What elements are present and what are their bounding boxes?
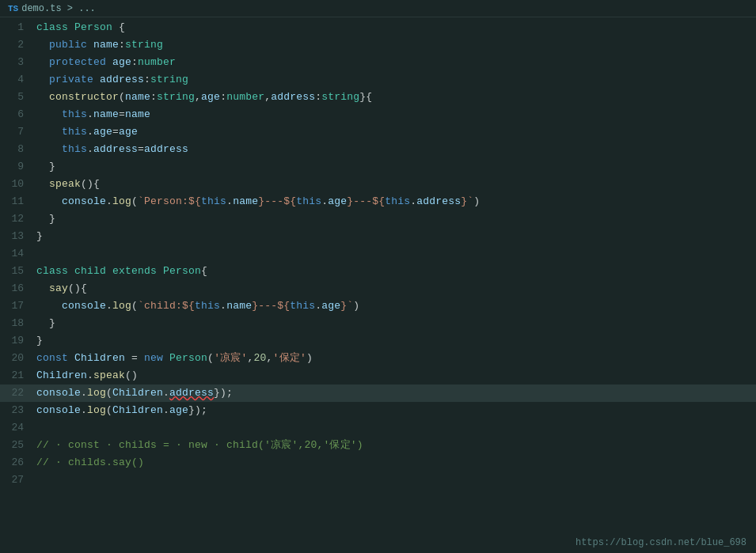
line-content: this.address=address <box>33 141 756 158</box>
keyword-blue-token: protected <box>49 56 106 68</box>
ident-token: age <box>93 126 112 138</box>
type-token: number <box>138 56 176 68</box>
line-number: 3 <box>0 54 33 71</box>
code-line: 6 this.name=name <box>0 106 756 123</box>
line-content: Children.speak() <box>33 367 756 384</box>
punctuation-token: = <box>112 126 119 138</box>
line-number: 19 <box>0 332 33 350</box>
punctuation-token: . <box>87 108 93 120</box>
method-token: speak <box>49 178 81 190</box>
string-token: '保定' <box>273 352 306 364</box>
punctuation-token: . <box>163 404 169 416</box>
string-token: '凉宸' <box>214 352 247 364</box>
punctuation-token: . <box>87 143 93 155</box>
punctuation-token <box>68 21 74 33</box>
ident-token: Children <box>74 352 125 364</box>
punctuation-token: . <box>81 387 87 399</box>
keyword-token: class <box>36 265 68 277</box>
ident-token: address <box>144 143 188 155</box>
code-line: 14 <box>0 245 756 263</box>
squiggle-token: address <box>169 387 214 399</box>
line-number: 10 <box>0 176 33 193</box>
tab-bar: TS demo.ts > ... <box>0 0 756 17</box>
code-line: 5 constructor(name:string,age:number,add… <box>0 89 756 106</box>
keyword-token: extends <box>112 265 157 277</box>
ident-token: address <box>271 91 315 103</box>
code-line: 9 } <box>0 158 756 176</box>
code-line: 18 } <box>0 315 756 332</box>
number-token: 20 <box>254 352 267 364</box>
ident-token: address <box>416 195 461 207</box>
type-token: string <box>157 91 195 103</box>
punctuation-token: . <box>220 300 226 312</box>
keyword-blue-token: const <box>36 352 68 364</box>
template-token: }---${ <box>258 195 296 207</box>
this-keyword-token: this <box>62 143 87 155</box>
ident-class-token: Person <box>163 265 201 277</box>
line-number: 23 <box>0 402 33 419</box>
punctuation-token: = <box>125 352 144 364</box>
method-token: speak <box>93 369 125 381</box>
line-content: console.log(Children.address}); <box>33 384 756 402</box>
punctuation-token <box>36 143 62 155</box>
punctuation-token: ) <box>353 300 359 312</box>
ident-token: Children <box>36 369 87 381</box>
punctuation-token <box>36 74 49 85</box>
line-number: 6 <box>0 106 33 123</box>
line-content: say(){ <box>33 280 756 297</box>
punctuation-token <box>36 195 62 207</box>
comment-token: // · childs.say() <box>36 456 144 468</box>
code-line: 10 speak(){ <box>0 176 756 193</box>
method-token: constructor <box>49 91 119 103</box>
punctuation-token <box>36 39 49 51</box>
punctuation-token: . <box>87 369 93 381</box>
method-token: log <box>112 300 131 312</box>
punctuation-token: ( <box>131 195 138 207</box>
ident-class-token: Person <box>169 352 207 364</box>
template-token: `Person:${ <box>138 195 201 207</box>
line-number: 22 <box>0 384 33 402</box>
ident-token: console <box>36 387 81 399</box>
tab-filename: demo.ts > ... <box>21 3 96 14</box>
template-token: `child:${ <box>138 300 195 312</box>
method-token: log <box>112 195 131 207</box>
punctuation-token <box>68 265 74 277</box>
template-token: }` <box>340 300 353 312</box>
punctuation-token: } <box>36 335 43 347</box>
punctuation-token: () <box>125 369 138 381</box>
punctuation-token: ( <box>106 404 112 416</box>
code-line: 15class child extends Person{ <box>0 263 756 280</box>
punctuation-token: ( <box>207 352 214 364</box>
ident-token: address <box>100 74 144 85</box>
line-number: 17 <box>0 297 33 315</box>
line-content: } <box>33 228 756 245</box>
line-number: 8 <box>0 141 33 158</box>
this-keyword-token: this <box>201 195 226 207</box>
punctuation-token: : <box>150 91 157 103</box>
code-line: 13} <box>0 228 756 245</box>
keyword-blue-token: new <box>144 352 163 364</box>
line-content: speak(){ <box>33 176 756 193</box>
ident-token: age <box>201 91 220 103</box>
line-content: this.name=name <box>33 106 756 123</box>
line-number: 5 <box>0 89 33 106</box>
ident-token: Children <box>112 404 163 416</box>
line-content: console.log(`child:${this.name}---${this… <box>33 297 756 315</box>
tab-label: TS demo.ts > ... <box>0 2 104 16</box>
this-keyword-token: this <box>290 300 315 312</box>
ident-token: name <box>93 39 119 51</box>
code-line: 2 public name:string <box>0 36 756 54</box>
punctuation-token: . <box>81 404 87 416</box>
code-line: 22console.log(Children.address}); <box>0 384 756 402</box>
line-number: 16 <box>0 280 33 297</box>
line-number: 25 <box>0 437 33 454</box>
line-number: 24 <box>0 419 33 437</box>
punctuation-token <box>93 74 100 85</box>
ident-token: name <box>93 108 119 120</box>
this-keyword-token: this <box>385 195 410 207</box>
code-line: 27 <box>0 472 756 489</box>
punctuation-token: . <box>163 387 169 399</box>
this-keyword-token: this <box>62 108 87 120</box>
method-token: say <box>49 282 68 294</box>
code-line: 25// · const · childs = · new · child('凉… <box>0 437 756 454</box>
